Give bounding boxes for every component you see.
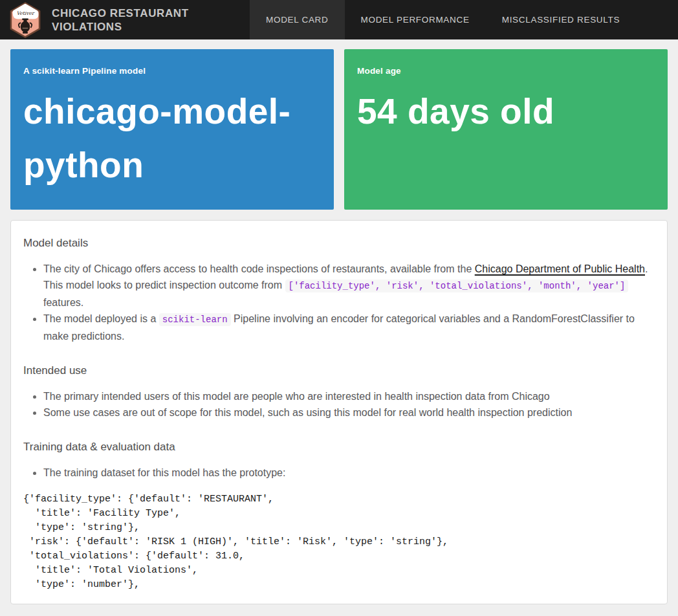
list-item: The training dataset for this model has … (43, 465, 654, 481)
vetiver-logo-icon: Vetiver (8, 2, 43, 38)
valuebox-row: A scikit-learn Pipeline model chicago-mo… (10, 49, 668, 210)
app-title: CHICAGO RESTAURANT VIOLATIONS (52, 6, 246, 34)
list-item: Some use cases are out of scope for this… (43, 404, 654, 421)
valuebox-model-label: A scikit-learn Pipeline model (23, 66, 321, 76)
model-card-panel[interactable]: Model details The city of Chicago offers… (10, 220, 668, 604)
list-item: The primary intended users of this model… (43, 388, 654, 404)
prototype-code-block: {'facility_type': {'default': 'RESTAURAN… (23, 492, 654, 592)
valuebox-age-value: 54 days old (357, 85, 655, 138)
intended-use-list: The primary intended users of this model… (23, 388, 654, 421)
brand: Vetiver CHICAGO RESTAURANT VIOLATIONS (0, 0, 246, 39)
valuebox-model-value: chicago-model-python (23, 85, 321, 192)
list-item: The model deployed is a scikit-learn Pip… (43, 311, 654, 344)
details-bullet1-text3: features. (43, 297, 83, 308)
details-bullet1-text1: The city of Chicago offers access to hea… (43, 263, 475, 274)
tab-model-performance[interactable]: MODEL PERFORMANCE (345, 0, 486, 39)
section-heading-intended-use: Intended use (23, 362, 654, 379)
valuebox-age-label: Model age (357, 66, 655, 76)
list-item: The city of Chicago offers access to hea… (43, 261, 654, 311)
inline-code-scikit-learn: scikit-learn (159, 313, 231, 326)
link-chicago-dept-public-health[interactable]: Chicago Department of Public Health (475, 263, 645, 274)
details-bullet2-text1: The model deployed is a (43, 313, 159, 324)
section-heading-model-details: Model details (23, 235, 654, 252)
app-header: Vetiver CHICAGO RESTAURANT VIOLATIONS MO… (0, 0, 678, 39)
training-data-list: The training dataset for this model has … (23, 465, 654, 481)
logo-script-text: Vetiver (16, 10, 35, 16)
main-nav: MODEL CARD MODEL PERFORMANCE MISCLASSIFI… (250, 0, 636, 39)
tab-model-card[interactable]: MODEL CARD (250, 0, 345, 39)
tab-misclassified-results[interactable]: MISCLASSIFIED RESULTS (486, 0, 637, 39)
valuebox-model-age: Model age 54 days old (344, 49, 668, 210)
valuebox-model-name: A scikit-learn Pipeline model chicago-mo… (10, 49, 334, 210)
model-details-list: The city of Chicago offers access to hea… (23, 261, 654, 344)
section-heading-training-data: Training data & evaluation data (23, 439, 654, 456)
inline-code-features: ['facility_type', 'risk', 'total_violati… (285, 280, 629, 292)
